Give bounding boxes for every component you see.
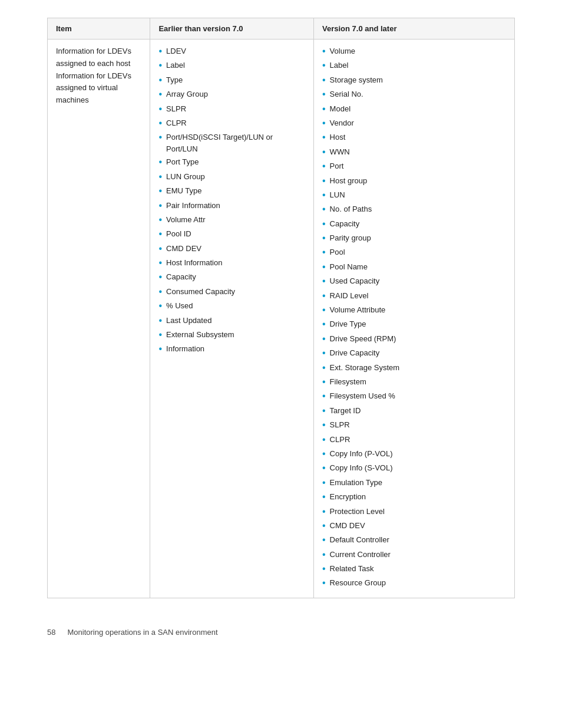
bullet-text: Vendor	[330, 117, 354, 129]
list-item: •SLPR	[158, 103, 305, 116]
table-row: Information for LDEVs assigned to each h…	[48, 39, 515, 598]
bullet-text: Storage system	[330, 74, 383, 86]
list-item: •Volume Attr	[158, 214, 305, 226]
bullet-text: Drive Type	[330, 318, 366, 330]
bullet-icon: •	[158, 299, 162, 312]
earlier-bullet-list: •LDEV•Label•Type•Array Group•SLPR•CLPR•P…	[158, 45, 305, 356]
bullet-icon: •	[322, 332, 326, 345]
list-item: •Vendor	[322, 117, 506, 130]
bullet-icon: •	[158, 117, 162, 130]
bullet-text: CLPR	[330, 434, 351, 446]
list-item: •Array Group	[158, 88, 305, 101]
bullet-text: Volume Attr	[166, 214, 205, 226]
list-item: •CMD DEV	[158, 243, 305, 255]
bullet-text: Target ID	[330, 405, 361, 417]
bullet-icon: •	[158, 170, 162, 183]
bullet-text: Used Capacity	[330, 275, 380, 287]
bullet-text: Last Updated	[166, 315, 211, 327]
bullet-icon: •	[322, 275, 326, 288]
bullet-text: Host	[330, 131, 346, 143]
bullet-icon: •	[322, 519, 326, 532]
list-item: •Pair Information	[158, 200, 305, 212]
bullet-icon: •	[322, 318, 326, 331]
bullet-icon: •	[158, 88, 162, 101]
bullet-icon: •	[322, 160, 326, 173]
bullet-icon: •	[158, 199, 162, 212]
bullet-icon: •	[322, 74, 326, 87]
list-item: •Used Capacity	[322, 275, 506, 288]
bullet-text: Capacity	[166, 271, 196, 283]
bullet-icon: •	[322, 375, 326, 388]
list-item: •No. of Paths	[322, 203, 506, 216]
bullet-icon: •	[322, 289, 326, 302]
bullet-icon: •	[322, 304, 326, 317]
list-item: •Volume	[322, 45, 506, 58]
list-item: •Pool ID	[158, 228, 305, 241]
list-item: •Drive Capacity	[322, 347, 506, 360]
bullet-text: Parity group	[330, 232, 371, 244]
list-item: •Host group	[322, 175, 506, 187]
list-item: •Drive Type	[322, 318, 506, 331]
item-line-1: Information for LDEVs assigned to each h…	[56, 47, 131, 68]
bullet-text: Model	[330, 103, 351, 115]
list-item: •Emulation Type	[322, 477, 506, 489]
bullet-icon: •	[158, 328, 162, 341]
list-item: •External Subsystem	[158, 329, 305, 341]
earlier-cell: •LDEV•Label•Type•Array Group•SLPR•CLPR•P…	[150, 39, 314, 598]
bullet-text: Encryption	[330, 491, 366, 503]
bullet-text: Label	[330, 60, 349, 71]
bullet-text: Protection Level	[330, 506, 385, 518]
bullet-text: RAID Level	[330, 290, 369, 302]
list-item: •Ext. Storage System	[322, 362, 506, 374]
bullet-icon: •	[322, 533, 326, 546]
list-item: •Capacity	[158, 271, 305, 284]
bullet-text: Copy Info (P-VOL)	[330, 448, 393, 460]
bullet-text: Host group	[330, 175, 368, 187]
bullet-text: Label	[166, 60, 185, 71]
list-item: •Copy Info (P-VOL)	[322, 448, 506, 460]
bullet-text: Copy Info (S-VOL)	[330, 462, 393, 474]
bullet-text: EMU Type	[166, 185, 201, 197]
list-item: •Serial No.	[322, 88, 506, 101]
item-cell: Information for LDEVs assigned to each h…	[48, 39, 150, 598]
bullet-text: Type	[166, 74, 183, 86]
list-item: •Pool	[322, 246, 506, 259]
list-item: •WWN	[322, 146, 506, 159]
bullet-text: Filesystem Used %	[330, 390, 395, 402]
list-item: •Default Controller	[322, 534, 506, 546]
bullet-text: Port	[330, 160, 344, 172]
list-item: •Capacity	[322, 218, 506, 230]
bullet-text: Current Controller	[330, 549, 391, 561]
bullet-icon: •	[322, 361, 326, 374]
list-item: •Target ID	[322, 405, 506, 417]
list-item: •CMD DEV	[322, 520, 506, 532]
bullet-icon: •	[322, 246, 326, 259]
bullet-text: Ext. Storage System	[330, 362, 400, 374]
list-item: •EMU Type	[158, 185, 305, 197]
bullet-icon: •	[158, 242, 162, 255]
bullet-icon: •	[158, 228, 162, 241]
list-item: •Consumed Capacity	[158, 286, 305, 298]
list-item: •Port	[322, 160, 506, 173]
bullet-icon: •	[322, 189, 326, 202]
list-item: •Encryption	[322, 491, 506, 503]
bullet-text: LUN Group	[166, 171, 205, 183]
list-item: •Drive Speed (RPM)	[322, 333, 506, 345]
list-item: •Label	[158, 60, 305, 72]
bullet-text: CMD DEV	[166, 243, 201, 255]
bullet-text: Pool	[330, 246, 345, 258]
bullet-text: Filesystem	[330, 376, 366, 388]
list-item: •Filesystem Used %	[322, 390, 506, 403]
bullet-icon: •	[322, 146, 326, 159]
bullet-icon: •	[322, 433, 326, 446]
list-item: •LDEV	[158, 45, 305, 58]
bullet-icon: •	[158, 185, 162, 197]
footer-text: Monitoring operations in a SAN environme…	[67, 628, 217, 637]
bullet-icon: •	[322, 447, 326, 460]
list-item: •LUN	[322, 189, 506, 202]
bullet-icon: •	[322, 174, 326, 187]
bullet-icon: •	[322, 490, 326, 503]
bullet-text: Volume	[330, 45, 355, 57]
list-item: •Type	[158, 74, 305, 87]
bullet-text: Pool ID	[166, 228, 191, 240]
